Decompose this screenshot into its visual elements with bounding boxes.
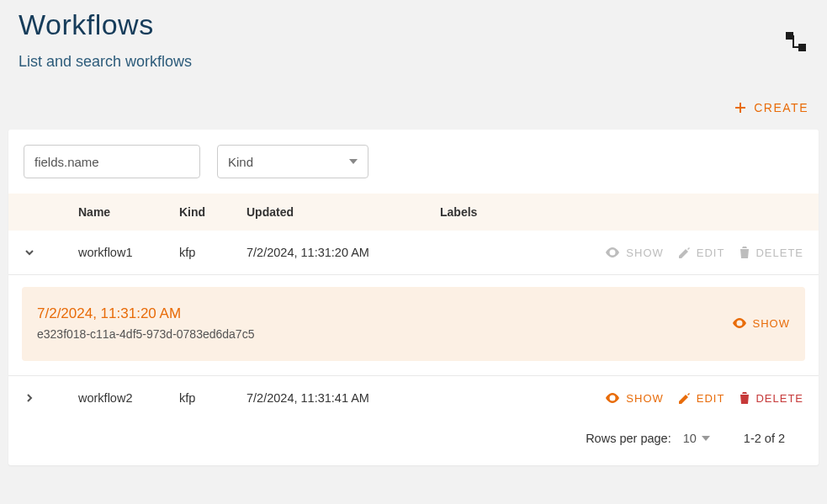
row-expander[interactable]: [24, 392, 78, 404]
pencil-icon: [679, 392, 691, 404]
chevron-down-icon: [349, 159, 358, 164]
delete-label: DELETE: [755, 392, 803, 405]
page-range: 1-2 of 2: [744, 432, 785, 445]
table-row: workflow1 kfp 7/2/2024, 11:31:20 AM SHOW…: [8, 231, 819, 275]
chevron-down-icon: [702, 436, 710, 441]
trash-icon: [740, 247, 750, 258]
svg-rect-0: [786, 32, 793, 40]
cell-name: workflow2: [78, 391, 179, 405]
show-label: SHOW: [626, 392, 663, 405]
table-row: workflow2 kfp 7/2/2024, 11:31:41 AM SHOW…: [8, 376, 819, 420]
trash-icon: [740, 392, 750, 404]
cell-kind: kfp: [179, 246, 247, 259]
page-title: Workflows: [19, 8, 808, 41]
svg-point-6: [612, 251, 615, 254]
name-filter-input[interactable]: [24, 145, 200, 178]
edit-label: EDIT: [697, 392, 725, 405]
edit-button[interactable]: EDIT: [679, 247, 725, 259]
cell-name: workflow1: [78, 246, 179, 259]
expansion-timestamp: 7/2/2024, 11:31:20 AM: [37, 305, 254, 322]
delete-button[interactable]: DELETE: [740, 247, 803, 259]
create-button[interactable]: CREATE: [734, 96, 808, 119]
svg-point-7: [738, 321, 741, 325]
edit-label: EDIT: [697, 247, 725, 259]
pencil-icon: [679, 247, 691, 258]
kind-select-label: Kind: [228, 155, 253, 169]
cell-updated: 7/2/2024, 11:31:41 AM: [247, 391, 440, 405]
show-label: SHOW: [753, 317, 790, 330]
show-label: SHOW: [626, 247, 663, 259]
workflows-table: Name Kind Updated Labels workflow1 kfp 7…: [8, 194, 819, 465]
eye-icon: [605, 393, 620, 403]
row-expansion: 7/2/2024, 11:31:20 AM e323f018-c11a-4df5…: [22, 287, 805, 361]
create-label: CREATE: [754, 101, 808, 114]
svg-point-8: [612, 396, 615, 400]
edit-button[interactable]: EDIT: [679, 392, 725, 405]
expansion-show-button[interactable]: SHOW: [732, 317, 790, 330]
show-button[interactable]: SHOW: [605, 247, 663, 259]
expansion-id: e323f018-c11a-4df5-973d-0783ed6da7c5: [37, 327, 254, 341]
pagination: Rows per page: 10 1-2 of 2: [8, 420, 819, 465]
rows-per-page-select[interactable]: 10: [683, 432, 710, 445]
table-header: Name Kind Updated Labels: [8, 194, 819, 231]
page-subtitle: List and search workflows: [19, 53, 808, 71]
show-button[interactable]: SHOW: [605, 392, 663, 405]
col-kind: Kind: [179, 205, 247, 219]
col-name: Name: [78, 205, 179, 219]
cell-kind: kfp: [179, 391, 247, 405]
svg-rect-3: [793, 46, 799, 48]
delete-button[interactable]: DELETE: [740, 392, 803, 405]
plus-icon: [734, 101, 747, 114]
workflows-card: Kind Name Kind Updated Labels workflow1 …: [8, 130, 819, 465]
eye-icon: [605, 247, 620, 257]
svg-rect-2: [793, 35, 794, 47]
col-labels: Labels: [440, 205, 803, 219]
delete-label: DELETE: [755, 247, 803, 259]
svg-rect-1: [798, 44, 806, 51]
kind-filter-select[interactable]: Kind: [217, 145, 368, 178]
workflow-tree-icon: [783, 32, 808, 52]
eye-icon: [732, 318, 747, 328]
row-expander[interactable]: [24, 247, 78, 258]
rows-per-page-value: 10: [683, 432, 697, 445]
rows-per-page-label: Rows per page:: [586, 432, 671, 445]
col-updated: Updated: [247, 205, 440, 219]
cell-updated: 7/2/2024, 11:31:20 AM: [247, 246, 440, 259]
